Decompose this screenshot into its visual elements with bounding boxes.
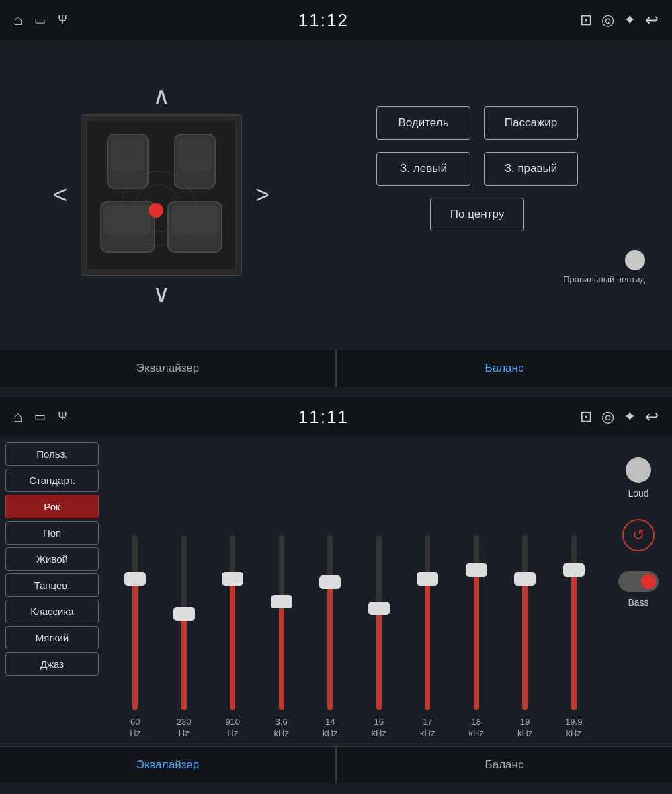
- slider-thumb-9[interactable]: [563, 563, 585, 577]
- home-icon-bottom[interactable]: ⌂: [13, 408, 22, 426]
- slider-fill-7: [474, 570, 479, 710]
- arrow-left-button[interactable]: <: [46, 177, 74, 213]
- seat-selection-panel: Водитель Пассажир З. левый З. правый По …: [302, 54, 652, 336]
- preset-soft[interactable]: Мягкий: [5, 626, 99, 649]
- slider-track-6[interactable]: [425, 535, 430, 710]
- eq-slider-col-2: 910Hz: [208, 535, 257, 740]
- toggle-circle-indicator[interactable]: [625, 250, 645, 270]
- eq-slider-col-1: 230Hz: [160, 535, 209, 740]
- balance-content: ∧ <: [0, 40, 672, 350]
- rear-left-button[interactable]: З. левый: [376, 152, 470, 186]
- center-button[interactable]: По центру: [430, 198, 524, 231]
- slider-thumb-3[interactable]: [271, 595, 292, 608]
- slider-track-4[interactable]: [327, 535, 333, 710]
- bass-toggle[interactable]: [618, 571, 659, 592]
- slider-label-1: 230Hz: [177, 717, 192, 740]
- preset-pop[interactable]: Поп: [5, 521, 99, 545]
- svg-rect-5: [178, 138, 212, 171]
- bluetooth-icon-bottom[interactable]: ✦: [624, 408, 636, 426]
- slider-track-2[interactable]: [230, 535, 235, 710]
- equalizer-content: Польз. Стандарт. Рок Поп Живой Танцев. К…: [0, 437, 672, 746]
- cast-icon-bottom[interactable]: ⊡: [580, 408, 592, 426]
- slider-thumb-7[interactable]: [466, 563, 487, 577]
- svg-rect-8: [104, 205, 151, 235]
- slider-track-1[interactable]: [181, 535, 187, 710]
- slider-track-3[interactable]: [279, 535, 284, 710]
- bottom-panel: ⌂ ▭ Ψ 11:11 ⊡ ◎ ✦ ↩ Польз. Стандарт. Рок…: [0, 397, 672, 794]
- back-icon-bottom[interactable]: ↩: [645, 407, 659, 426]
- slider-label-2: 910Hz: [225, 717, 240, 740]
- arrow-down-button[interactable]: ∨: [139, 276, 183, 312]
- tab-balance-bottom[interactable]: Баланс: [337, 747, 672, 783]
- preset-custom[interactable]: Польз.: [5, 442, 99, 466]
- eq-slider-col-0: 60Hz: [111, 535, 160, 740]
- svg-rect-6: [178, 175, 212, 185]
- eq-slider-col-7: 18kHz: [452, 535, 501, 740]
- loud-indicator[interactable]: [626, 457, 651, 483]
- status-bar-left-icons: ⌂ ▭ Ψ: [13, 11, 67, 29]
- slider-thumb-1[interactable]: [173, 607, 195, 621]
- slider-label-9: 19.9kHz: [565, 717, 582, 740]
- slider-label-4: 14kHz: [323, 717, 337, 740]
- preset-classic[interactable]: Классика: [5, 600, 99, 623]
- slider-track-7[interactable]: [474, 535, 479, 710]
- slider-thumb-0[interactable]: [124, 572, 146, 586]
- car-image-box[interactable]: [81, 114, 242, 276]
- top-time-display: 11:12: [298, 10, 349, 31]
- usb-icon: Ψ: [58, 14, 67, 26]
- eq-presets-sidebar: Польз. Стандарт. Рок Поп Живой Танцев. К…: [0, 437, 104, 746]
- eq-right-controls: Loud ↺ Bass: [605, 437, 672, 746]
- arrow-up-button[interactable]: ∧: [139, 78, 183, 114]
- eq-sliders-area: 60Hz 230Hz 910Hz 3.6kHz 14kH: [111, 450, 598, 746]
- location-icon-bottom[interactable]: ◎: [601, 408, 614, 426]
- eq-slider-col-6: 17kHz: [403, 535, 452, 740]
- bass-toggle-dot: [641, 574, 656, 589]
- preset-rock[interactable]: Рок: [5, 495, 99, 518]
- slider-track-0[interactable]: [132, 535, 138, 710]
- bottom-status-bar-left: ⌂ ▭ Ψ: [13, 408, 67, 426]
- slider-thumb-6[interactable]: [417, 572, 438, 586]
- bottom-tabs-bar: Эквалайзер Баланс: [0, 746, 672, 783]
- slider-track-5[interactable]: [376, 535, 382, 710]
- slider-thumb-2[interactable]: [222, 572, 243, 586]
- car-interior-image: [81, 115, 241, 275]
- toggle-indicator: Правильный пептид: [302, 250, 652, 284]
- slider-label-3: 3.6kHz: [274, 717, 289, 740]
- driver-button[interactable]: Водитель: [376, 106, 470, 140]
- slider-track-8[interactable]: [522, 535, 528, 710]
- slider-thumb-4[interactable]: [319, 575, 341, 589]
- top-tabs-bar: Эквалайзер Баланс: [0, 350, 672, 387]
- slider-label-0: 60Hz: [130, 717, 140, 740]
- preset-live[interactable]: Живой: [5, 547, 99, 571]
- arrow-right-button[interactable]: >: [249, 177, 276, 213]
- rear-right-button[interactable]: З. правый: [484, 152, 578, 186]
- rear-seat-buttons: З. левый З. правый: [376, 152, 578, 186]
- tab-equalizer-top[interactable]: Эквалайзер: [0, 350, 336, 387]
- location-icon[interactable]: ◎: [601, 11, 614, 29]
- back-icon[interactable]: ↩: [645, 11, 659, 30]
- eq-slider-col-3: 3.6kHz: [257, 535, 306, 740]
- slider-thumb-5[interactable]: [368, 602, 390, 615]
- bass-control: Bass: [618, 571, 659, 608]
- slider-track-9[interactable]: [571, 535, 577, 710]
- preset-standard[interactable]: Стандарт.: [5, 469, 99, 492]
- bluetooth-icon[interactable]: ✦: [624, 11, 636, 29]
- slider-fill-9: [571, 570, 577, 710]
- preset-jazz[interactable]: Джаз: [5, 652, 99, 676]
- preset-dance[interactable]: Танцев.: [5, 573, 99, 597]
- eq-slider-col-8: 19kHz: [501, 535, 550, 740]
- slider-thumb-8[interactable]: [514, 572, 536, 586]
- slider-fill-6: [425, 579, 430, 710]
- screen-icon[interactable]: ▭: [34, 13, 46, 28]
- bottom-time-display: 11:11: [298, 407, 349, 428]
- screen-icon-bottom[interactable]: ▭: [34, 409, 46, 424]
- reset-button[interactable]: ↺: [622, 519, 655, 551]
- slider-label-7: 18kHz: [469, 717, 484, 740]
- cast-icon[interactable]: ⊡: [580, 11, 592, 29]
- home-icon[interactable]: ⌂: [13, 11, 22, 29]
- passenger-button[interactable]: Пассажир: [484, 106, 578, 140]
- tab-equalizer-bottom[interactable]: Эквалайзер: [0, 747, 336, 783]
- tab-balance-top[interactable]: Баланс: [337, 350, 672, 387]
- eq-slider-col-4: 14kHz: [306, 535, 355, 740]
- slider-fill-5: [376, 608, 382, 710]
